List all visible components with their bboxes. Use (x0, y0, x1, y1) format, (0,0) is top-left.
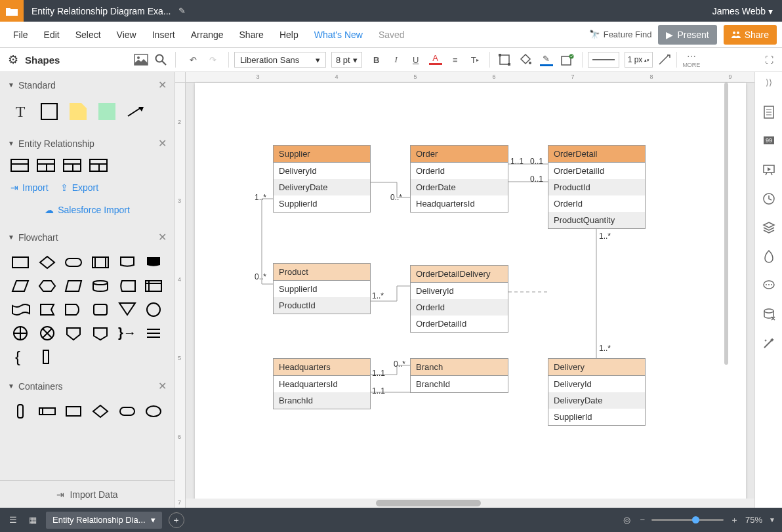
fc-shape[interactable]: { (10, 348, 30, 365)
entity-field[interactable]: DeliveryId (274, 163, 370, 179)
close-icon[interactable]: ✕ (158, 231, 167, 243)
horizontal-scrollbar[interactable] (186, 499, 754, 508)
entity-field[interactable]: HeadquartersId (274, 376, 370, 392)
line-options-icon[interactable] (658, 53, 671, 66)
entity-field[interactable]: SupplierId (274, 281, 370, 297)
image-icon[interactable] (134, 53, 148, 66)
undo-icon[interactable]: ↶ (186, 53, 199, 66)
rail-chat-icon[interactable] (762, 278, 776, 293)
add-page-button[interactable]: ＋ (169, 512, 184, 528)
entity-header[interactable]: Delivery (548, 359, 645, 376)
entity-field[interactable]: OrderId (411, 299, 508, 316)
document-title[interactable]: Entity Relationship Diagram Exa... (24, 6, 178, 16)
fc-shape[interactable] (144, 277, 163, 295)
rail-data-icon[interactable] (762, 307, 776, 321)
page[interactable]: Supplier DeliveryId DeliveryDate Supplie… (195, 83, 746, 502)
fc-shape[interactable] (10, 301, 30, 318)
present-button[interactable]: ▶ Present (658, 25, 716, 45)
fc-shape[interactable] (144, 301, 163, 318)
sync-icon[interactable]: ◎ (620, 514, 633, 527)
container-shape[interactable] (64, 403, 83, 420)
menu-select[interactable]: Select (68, 30, 109, 40)
fc-shape[interactable] (64, 254, 83, 271)
menu-insert[interactable]: Insert (144, 30, 183, 40)
close-icon[interactable]: ✕ (158, 79, 167, 91)
entity-product[interactable]: Product SupplierId ProductId (273, 263, 371, 314)
entity-field[interactable]: SupplierId (548, 409, 645, 425)
feature-find[interactable]: 🔭 Feature Find (589, 30, 652, 39)
zoom-value[interactable]: 75% (745, 515, 762, 525)
menu-file[interactable]: File (5, 30, 36, 40)
close-icon[interactable]: ✕ (158, 380, 167, 392)
fc-shape[interactable] (37, 301, 57, 318)
entity-field[interactable]: BranchId (274, 392, 370, 409)
entity-header[interactable]: Product (274, 264, 370, 281)
entity-delivery[interactable]: Delivery DeliveryId DeliveryDate Supplie… (548, 358, 646, 426)
entity-header[interactable]: OrderDetailDelivery (411, 266, 508, 283)
entity-headquarters[interactable]: Headquarters HeadquartersId BranchId (273, 358, 371, 409)
fc-shape[interactable] (37, 325, 57, 342)
fc-shape[interactable] (10, 277, 30, 295)
entity-orderdetail[interactable]: OrderDetail OrderDetailId ProductId Orde… (548, 145, 646, 229)
rail-theme-icon[interactable] (762, 249, 776, 264)
close-icon[interactable]: ✕ (158, 137, 167, 150)
fc-shape[interactable] (37, 254, 57, 271)
rail-present-icon[interactable] (762, 163, 776, 177)
font-select[interactable]: Liberation Sans▾ (234, 52, 326, 68)
fc-shape[interactable]: }→ (117, 325, 137, 342)
entity-orderdetaildelivery[interactable]: OrderDetailDelivery DeliveryId OrderId O… (410, 265, 508, 333)
entity-field[interactable]: BranchId (411, 376, 508, 392)
rail-history-icon[interactable] (762, 192, 776, 206)
menu-view[interactable]: View (109, 30, 144, 40)
entity-field[interactable]: OrderDetailId (548, 163, 645, 179)
vertical-scrollbar[interactable] (724, 83, 728, 365)
app-folder-icon[interactable] (0, 0, 24, 22)
zoom-dropdown-icon[interactable]: ▼ (769, 516, 775, 523)
canvas[interactable]: 3 4 5 6 7 8 9 2 3 4 5 6 7 (175, 72, 754, 508)
rail-layers-icon[interactable] (762, 220, 776, 235)
share-button[interactable]: Share (724, 25, 777, 45)
fc-shape[interactable] (117, 277, 137, 295)
menu-edit[interactable]: Edit (36, 30, 68, 40)
gear-icon[interactable]: ⚙ (8, 52, 18, 67)
entity-supplier[interactable]: Supplier DeliveryId DeliveryDate Supplie… (273, 145, 371, 213)
rail-page-icon[interactable] (762, 105, 776, 119)
entity-field[interactable]: DeliveryId (411, 283, 508, 299)
entity-field[interactable]: SupplierId (274, 195, 370, 212)
fc-shape[interactable] (64, 277, 83, 295)
search-icon[interactable] (154, 53, 167, 66)
text-color-icon[interactable]: A (429, 53, 442, 65)
er-shape-3[interactable] (63, 159, 81, 172)
shape-text[interactable]: T (10, 102, 30, 121)
entity-field[interactable]: OrderId (548, 195, 645, 212)
fc-shape[interactable] (91, 277, 110, 295)
entity-header[interactable]: OrderDetail (548, 146, 645, 163)
entity-field[interactable]: ProductQuantity (548, 212, 645, 228)
text-options-icon[interactable]: T▸ (468, 53, 482, 66)
entity-field[interactable]: OrderDate (411, 179, 508, 195)
edit-title-icon[interactable]: ✎ (178, 6, 186, 16)
zoom-in-button[interactable]: ＋ (730, 514, 739, 526)
fc-shape[interactable] (37, 348, 57, 365)
entity-branch[interactable]: Branch BranchId (410, 358, 508, 393)
import-data-button[interactable]: ⇥ Import Data (0, 480, 175, 508)
shape-note[interactable] (68, 102, 88, 121)
entity-header[interactable]: Headquarters (274, 359, 370, 376)
panel-containers[interactable]: ▼Containers✕ (0, 373, 175, 399)
fc-shape[interactable] (117, 254, 137, 271)
entity-order[interactable]: Order OrderId OrderDate HeadquartersId (410, 145, 508, 213)
menu-arrange[interactable]: Arrange (183, 30, 232, 40)
fullscreen-icon[interactable]: ⛶ (762, 53, 775, 66)
menu-share[interactable]: Share (232, 30, 272, 40)
fc-shape[interactable] (10, 325, 30, 342)
container-shape[interactable] (144, 403, 163, 420)
font-size-select[interactable]: 8 pt▾ (331, 52, 362, 68)
italic-icon[interactable]: I (390, 53, 403, 66)
er-shape-1[interactable] (10, 159, 29, 172)
import-link[interactable]: ⇥ Import (10, 182, 49, 193)
panel-entity[interactable]: ▼Entity Relationship✕ (0, 131, 175, 156)
grid-view-icon[interactable]: ▦ (26, 514, 39, 527)
rail-magic-icon[interactable] (762, 336, 776, 350)
fill-icon[interactable] (519, 53, 532, 66)
fc-shape[interactable] (64, 301, 83, 318)
